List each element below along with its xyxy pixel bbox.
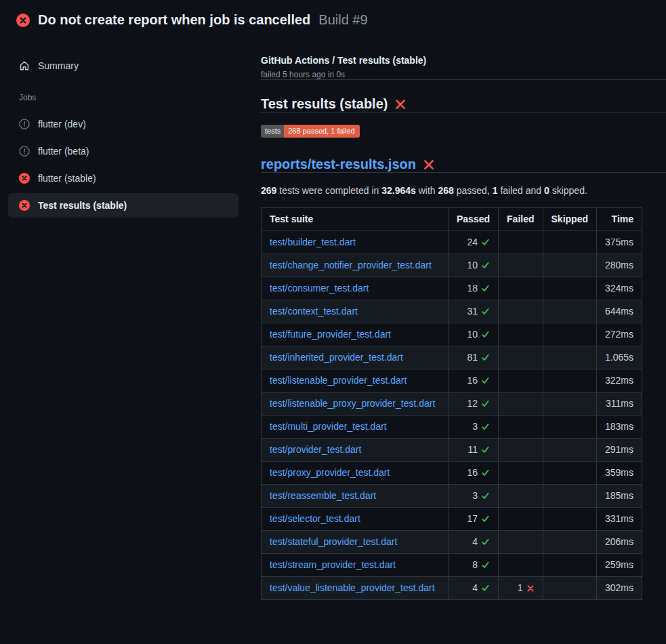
time-cell: 302ms [596,577,642,600]
table-row: test/value_listenable_provider_test.dart… [262,577,642,600]
sidebar-item-flutter-dev[interactable]: flutter (dev) [8,112,238,136]
report-file-link[interactable]: reports/test-results.json [261,157,416,172]
passed-cell: 3 [449,416,499,439]
suite-link[interactable]: test/listenable_proxy_provider_test.dart [270,398,435,409]
suite-link[interactable]: test/inherited_provider_test.dart [270,352,403,363]
passed-cell: 12 [449,393,499,416]
summary-text: with [416,185,438,196]
cancelled-octagon-icon [19,119,30,129]
failed-x-icon [394,98,407,110]
col-passed: Passed [449,208,499,231]
failed-cell [499,554,543,577]
suite-cell: test/selector_test.dart [262,508,449,531]
time-cell: 644ms [596,300,642,323]
failed-cell [499,277,543,300]
table-row: test/reassemble_test.dart3185ms [262,485,642,508]
time-cell: 291ms [596,439,642,462]
cancelled-octagon-icon [19,146,30,157]
failed-x-icon [423,159,435,171]
sidebar-item-label: Test results (stable) [38,200,127,211]
table-row: test/change_notifier_provider_test.dart1… [262,254,642,277]
col-test-suite: Test suite [262,208,449,231]
sidebar: Summary Jobs flutter (dev) flutter (beta… [0,37,261,220]
suite-link[interactable]: test/consumer_test.dart [270,283,369,294]
suite-link[interactable]: test/selector_test.dart [270,513,360,524]
suite-cell: test/stream_provider_test.dart [262,554,449,577]
failed-cell [499,323,543,346]
suite-link[interactable]: test/builder_test.dart [270,237,356,247]
summary-text: skipped. [549,185,587,196]
passed-cell: 24 [449,231,499,254]
failed-cell [499,508,543,531]
check-title: Test results (stable) [261,96,388,112]
sidebar-item-test-results-stable[interactable]: Test results (stable) [8,193,238,218]
col-skipped: Skipped [543,208,596,231]
skipped-cell [543,416,596,439]
suite-link[interactable]: test/reassemble_test.dart [270,490,376,501]
run-status-line: failed 5 hours ago in 0s [261,70,666,79]
sidebar-item-label: flutter (beta) [38,146,89,157]
main-content: GitHub Actions / Test results (stable) f… [261,37,666,600]
suite-link[interactable]: test/provider_test.dart [270,444,361,455]
passed-cell: 16 [449,462,499,485]
skipped-cell [543,277,596,300]
passed-cell: 10 [449,254,499,277]
suite-link[interactable]: test/proxy_provider_test.dart [270,467,390,478]
table-row: test/listenable_proxy_provider_test.dart… [262,393,642,416]
time-cell: 259ms [596,554,642,577]
badge-label: tests [261,125,284,138]
passed-cell: 11 [449,439,499,462]
sidebar-item-label: flutter (stable) [38,173,96,184]
skipped-cell [543,439,596,462]
skipped-cell [543,462,596,485]
suite-cell: test/builder_test.dart [262,231,449,254]
table-row: test/stateful_provider_test.dart4206ms [262,531,642,554]
summary-text: 32.964s [381,185,416,196]
breadcrumb: GitHub Actions / Test results (stable) [261,55,666,66]
suite-link[interactable]: test/stateful_provider_test.dart [270,536,397,547]
suite-link[interactable]: test/stream_provider_test.dart [270,559,396,570]
time-cell: 272ms [596,323,642,346]
summary-text: 268 [438,185,454,196]
failed-circle-x-icon [19,200,30,211]
time-cell: 311ms [596,393,642,416]
suite-link[interactable]: test/value_listenable_provider_test.dart [270,582,435,593]
skipped-cell [543,577,596,600]
sidebar-item-label: flutter (dev) [38,119,86,129]
sidebar-item-flutter-beta[interactable]: flutter (beta) [8,139,238,163]
summary-text: tests were completed in [276,185,381,196]
table-row: test/context_test.dart31644ms [262,300,642,323]
suite-cell: test/consumer_test.dart [262,277,449,300]
table-row: test/inherited_provider_test.dart811.065… [262,346,642,369]
failed-cell [499,300,543,323]
suite-link[interactable]: test/multi_provider_test.dart [270,421,387,432]
skipped-cell [543,231,596,254]
passed-cell: 10 [449,323,499,346]
tests-badge: tests 268 passed, 1 failed [261,125,360,138]
suite-link[interactable]: test/future_provider_test.dart [270,329,391,340]
sidebar-item-flutter-stable[interactable]: flutter (stable) [8,166,238,190]
suite-link[interactable]: test/context_test.dart [270,306,358,317]
suite-cell: test/change_notifier_provider_test.dart [262,254,449,277]
table-row: test/proxy_provider_test.dart16359ms [262,462,642,485]
sidebar-item-label: Summary [38,60,79,71]
passed-cell: 3 [449,485,499,508]
build-number: Build #9 [318,12,367,28]
failed-cell [499,346,543,369]
table-header-row: Test suite Passed Failed Skipped Time [262,208,642,231]
passed-cell: 4 [449,531,499,554]
failed-cell [499,393,543,416]
failed-cell [499,485,543,508]
skipped-cell [543,346,596,369]
sidebar-item-summary[interactable]: Summary [8,54,238,78]
passed-cell: 4 [449,577,499,600]
failed-cell [499,462,543,485]
divider [261,172,666,173]
suite-link[interactable]: test/listenable_provider_test.dart [270,375,407,386]
suite-link[interactable]: test/change_notifier_provider_test.dart [270,260,432,270]
test-results-table: Test suite Passed Failed Skipped Time te… [261,207,642,600]
table-row: test/selector_test.dart17331ms [262,508,642,531]
failed-cell [499,439,543,462]
failed-cell [499,231,543,254]
failed-cell [499,416,543,439]
